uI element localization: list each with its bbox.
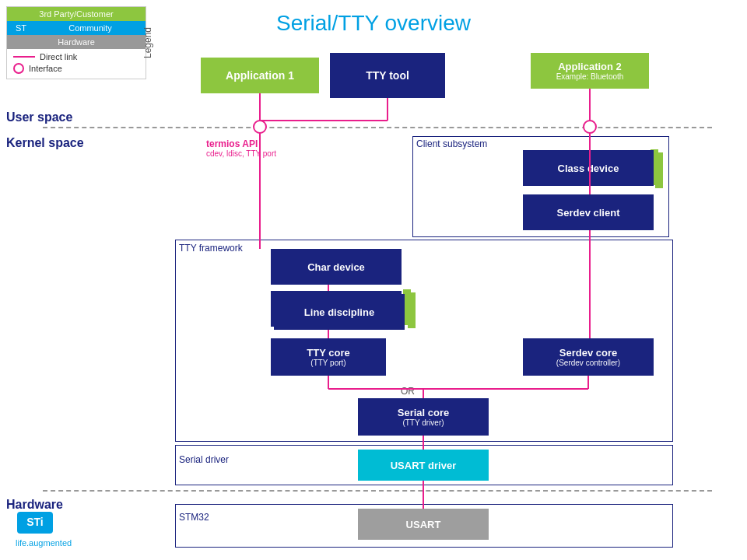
user-kernel-line <box>43 127 712 128</box>
class-device-box: Class device <box>523 150 654 186</box>
usart-box: USART <box>358 509 489 540</box>
or-label: OR <box>401 386 415 397</box>
tty-framework-label: TTY framework <box>179 243 243 254</box>
legend-st: ST <box>7 21 35 35</box>
sti-logo: STi life.augmented <box>16 510 72 548</box>
usart-driver-box: USART driver <box>358 450 489 481</box>
user-space-label: User space <box>6 110 72 124</box>
class-device-green-accent2 <box>655 152 663 188</box>
tty-core-label: TTY core (TTY port) <box>307 347 349 367</box>
serial-core-box: Serial core (TTY driver) <box>358 398 489 436</box>
client-subsystem-label: Client subsystem <box>416 138 487 149</box>
app1-box: Application 1 <box>201 58 319 93</box>
legend-circle-icon <box>13 63 24 74</box>
tty-core-box: TTY core (TTY port) <box>271 338 386 376</box>
legend-hardware: Hardware <box>7 35 146 49</box>
ldisc-green-accent2 <box>408 292 416 328</box>
legend-line-icon <box>13 56 35 58</box>
termios-label: termios API cdev, ldisc, TTY port <box>206 138 276 158</box>
legend-interface-label: Interface <box>29 64 62 73</box>
legend-community: Community <box>35 21 146 35</box>
app2-box: Application 2 Example: Bluetooth <box>531 53 649 89</box>
legend-direct-link-label: Direct link <box>40 52 77 61</box>
legend-direct-link: Direct link <box>13 52 139 61</box>
legend-items: Direct link Interface <box>7 49 146 79</box>
legend-interface: Interface <box>13 63 139 74</box>
svg-text:STi: STi <box>26 516 44 528</box>
serial-core-label: Serial core (TTY driver) <box>398 407 450 427</box>
line-discipline-box: Line discipline <box>274 294 405 330</box>
legend-box: 3rd Party/Customer ST Community Hardware… <box>6 6 146 79</box>
stm32-label: STM32 <box>179 512 209 523</box>
kernel-space-label: Kernel space <box>6 136 84 150</box>
diagram: Serial/TTY overview 3rd Party/Customer S… <box>0 0 747 560</box>
app2-label: Application 2 Example: Bluetooth <box>556 61 624 81</box>
tty-tool-box: TTY tool <box>330 53 445 98</box>
kernel-hardware-line <box>43 490 712 492</box>
serdev-core-box: Serdev core (Serdev controller) <box>523 338 654 376</box>
serial-driver-label: Serial driver <box>179 454 229 465</box>
char-device-box: Char device <box>271 249 402 285</box>
serdev-core-label: Serdev core (Serdev controller) <box>556 347 620 367</box>
legend-third-party: 3rd Party/Customer <box>7 7 146 21</box>
serdev-client-box: Serdev client <box>523 194 654 230</box>
legend-label: Legend <box>142 8 153 78</box>
